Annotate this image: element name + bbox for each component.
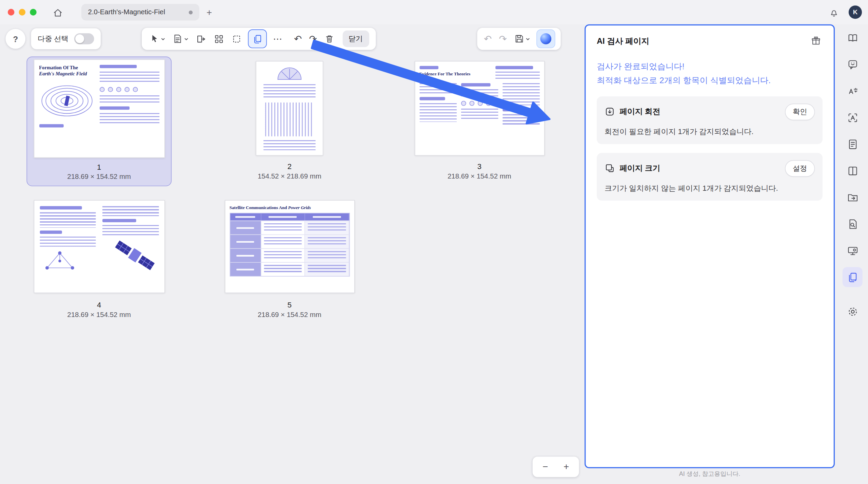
new-tab-button[interactable]: + bbox=[203, 6, 216, 19]
export-icon bbox=[196, 34, 206, 44]
window-controls bbox=[8, 9, 37, 16]
text-lines bbox=[461, 108, 498, 120]
thumb-area bbox=[26, 195, 172, 298]
page-number: 2 bbox=[288, 162, 292, 170]
label-text-placeholder bbox=[237, 241, 254, 242]
text-lines bbox=[502, 83, 539, 105]
zoom-out-button[interactable]: − bbox=[535, 458, 556, 476]
settings-button[interactable]: 설정 bbox=[785, 160, 815, 176]
cursor-icon bbox=[150, 34, 159, 44]
ai-orb-icon bbox=[540, 33, 551, 44]
label-text-placeholder bbox=[237, 255, 254, 256]
redo-button[interactable]: ↷ bbox=[308, 30, 318, 48]
page-thumbnail-item-5[interactable]: Satellite Communications And Power Grids bbox=[217, 195, 362, 325]
page-3-right-header bbox=[495, 66, 539, 80]
text-lines bbox=[495, 71, 539, 80]
sidebar-item-feedback[interactable] bbox=[843, 54, 863, 74]
section-header bbox=[40, 206, 82, 209]
help-button[interactable]: ? bbox=[5, 29, 25, 49]
page-thumbnail-item-2[interactable]: 2 154.52 × 218.69 mm bbox=[217, 57, 362, 186]
ai-assistant-button[interactable] bbox=[536, 30, 555, 49]
text-lines bbox=[264, 251, 302, 260]
diagram-circle bbox=[116, 87, 121, 92]
settings-gear-icon bbox=[847, 305, 858, 317]
page-2-thumbnail[interactable] bbox=[256, 61, 323, 155]
export-pages-button[interactable] bbox=[195, 30, 208, 48]
extract-pages-button[interactable] bbox=[230, 30, 243, 48]
page-edit-tool-button[interactable] bbox=[172, 30, 190, 48]
diagram-circle bbox=[461, 100, 466, 106]
sidebar-item-text-recognition[interactable] bbox=[843, 108, 863, 128]
page-thumbnail-item-1[interactable]: Formation Of The Earth's Magnetic Field bbox=[26, 57, 172, 186]
gift-button[interactable] bbox=[809, 34, 823, 48]
sidebar-item-export-folder[interactable] bbox=[843, 187, 863, 207]
chevron-down-icon bbox=[184, 36, 189, 41]
page-2-content bbox=[256, 61, 323, 155]
text-lines bbox=[419, 103, 456, 122]
panel-title: AI 검사 페이지 bbox=[597, 36, 649, 46]
dome-diagram bbox=[276, 66, 303, 80]
sidebar-item-presentation[interactable] bbox=[843, 241, 863, 261]
page-number: 3 bbox=[477, 162, 481, 170]
page-size-label: 218.69 × 154.52 mm bbox=[448, 172, 511, 180]
delete-page-button[interactable] bbox=[323, 30, 335, 48]
card-title: 페이지 회전 bbox=[619, 107, 660, 116]
close-organize-button[interactable]: 닫기 bbox=[342, 31, 369, 47]
close-window-button[interactable] bbox=[8, 9, 15, 16]
sidebar-item-ai-pages[interactable] bbox=[843, 267, 863, 287]
chevron-down-icon bbox=[160, 36, 165, 41]
column bbox=[102, 206, 159, 287]
toggle-knob bbox=[75, 34, 84, 43]
text-lines bbox=[308, 251, 346, 260]
select-tool-button[interactable] bbox=[149, 30, 167, 48]
sidebar-item-form[interactable] bbox=[843, 134, 863, 154]
home-button[interactable] bbox=[51, 6, 64, 19]
header-text-placeholder bbox=[269, 216, 297, 218]
notifications-button[interactable] bbox=[827, 5, 840, 19]
ai-inspect-panel: AI 검사 페이지 검사가 완료되었습니다! 최적화 대상으로 2개의 항목이 … bbox=[585, 24, 835, 468]
fullscreen-window-button[interactable] bbox=[30, 9, 37, 16]
diagram-circles bbox=[100, 87, 159, 92]
sidebar-item-page-layout[interactable] bbox=[843, 161, 863, 181]
multi-select-toggle[interactable] bbox=[74, 33, 94, 44]
ocr-icon bbox=[847, 112, 858, 123]
ai-organize-pages-button[interactable] bbox=[248, 30, 267, 49]
card-header: 페이지 회전 확인 bbox=[605, 103, 815, 120]
sidebar-item-page-search[interactable] bbox=[843, 214, 863, 234]
section-header bbox=[495, 66, 533, 69]
multi-select-label: 다중 선택 bbox=[38, 34, 68, 44]
page-thumbnail-item-4[interactable]: 4 218.69 × 154.52 mm bbox=[26, 195, 172, 325]
page-3-content: Evidence For The Theories bbox=[415, 61, 544, 155]
table-header-cell bbox=[305, 213, 349, 221]
undo-button[interactable]: ↶ bbox=[293, 30, 303, 48]
feedback-chat-icon bbox=[847, 58, 858, 70]
app-window: 2.0-Earth's-Magnetic-Fiel + K ? 다중 선택 bbox=[0, 0, 868, 484]
avatar[interactable]: K bbox=[849, 5, 862, 19]
page-thumbnail-item-3[interactable]: Evidence For The Theories bbox=[407, 57, 552, 186]
more-icon: ⋯ bbox=[273, 34, 282, 43]
diagram-circle bbox=[469, 100, 474, 106]
zoom-in-button[interactable]: + bbox=[556, 458, 577, 476]
page-3-thumbnail[interactable]: Evidence For The Theories bbox=[414, 61, 545, 155]
diagram-circle bbox=[133, 87, 138, 92]
title-part: Power Grids bbox=[288, 205, 311, 210]
reader-book-icon bbox=[847, 32, 858, 43]
reorganize-pages-button[interactable] bbox=[213, 30, 225, 48]
document-tab[interactable]: 2.0-Earth's-Magnetic-Fiel bbox=[81, 4, 199, 20]
undo-button[interactable]: ↶ bbox=[483, 30, 493, 48]
page-4-thumbnail[interactable] bbox=[34, 200, 165, 293]
text-lines bbox=[102, 225, 159, 237]
page-5-thumbnail[interactable]: Satellite Communications And Power Grids bbox=[224, 200, 355, 293]
diagram-circle bbox=[125, 87, 130, 92]
column bbox=[461, 83, 498, 125]
more-tools-button[interactable]: ⋯ bbox=[272, 30, 283, 48]
sidebar-item-settings[interactable] bbox=[843, 301, 863, 321]
sidebar-item-translate[interactable] bbox=[843, 81, 863, 101]
sidebar-item-reader[interactable] bbox=[843, 28, 863, 48]
minimize-window-button[interactable] bbox=[19, 9, 26, 16]
redo-button[interactable]: ↷ bbox=[498, 30, 508, 48]
redo-icon: ↷ bbox=[499, 34, 507, 43]
save-button[interactable] bbox=[513, 30, 531, 48]
page-1-thumbnail[interactable]: Formation Of The Earth's Magnetic Field bbox=[34, 59, 165, 158]
confirm-button[interactable]: 확인 bbox=[785, 103, 815, 120]
